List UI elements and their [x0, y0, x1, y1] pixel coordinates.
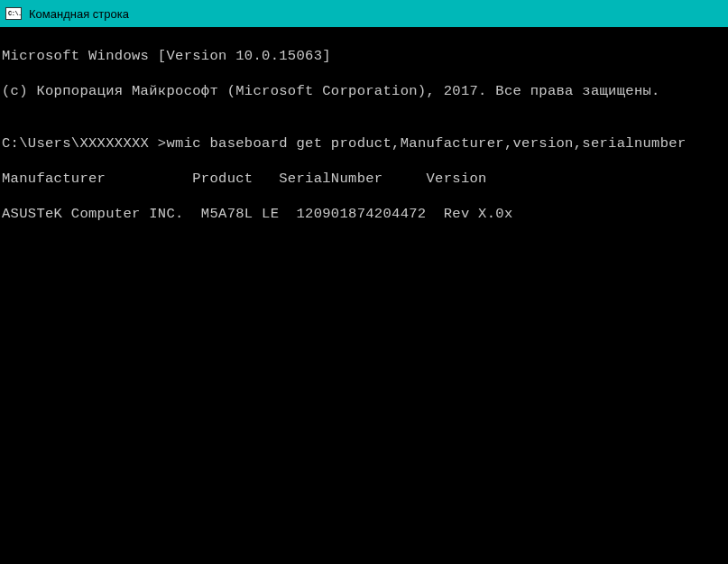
- cmd-icon-text: C:\.: [8, 11, 22, 17]
- window-title: Командная строка: [29, 7, 129, 21]
- cmd-icon: C:\.: [5, 7, 22, 20]
- window-titlebar[interactable]: C:\. Командная строка: [0, 0, 728, 27]
- table-data-row: ASUSTeK Computer INC. M5A78L LE 12090187…: [2, 206, 726, 224]
- table-header-row: Manufacturer Product SerialNumber Versio…: [2, 171, 726, 189]
- terminal-output[interactable]: Microsoft Windows [Version 10.0.15063] (…: [0, 27, 728, 244]
- command-text: wmic baseboard get product,Manufacturer,…: [166, 135, 686, 152]
- version-line: Microsoft Windows [Version 10.0.15063]: [2, 48, 726, 66]
- prompt: C:\Users\XXXXXXXX >: [2, 135, 166, 152]
- command-line: C:\Users\XXXXXXXX >wmic baseboard get pr…: [2, 135, 726, 153]
- copyright-line: (c) Корпорация Майкрософт (Microsoft Cor…: [2, 83, 726, 101]
